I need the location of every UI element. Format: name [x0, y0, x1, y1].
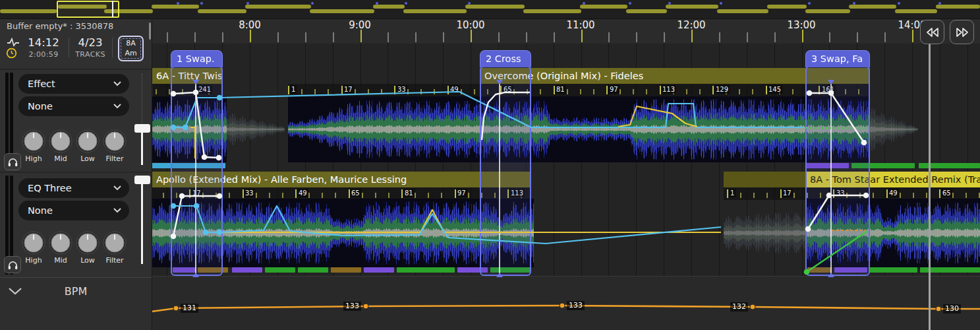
minimap-transition-dot	[853, 2, 855, 5]
ruler-tick	[415, 32, 417, 42]
effect-slot-select-deck-b[interactable]: EQ Three	[18, 178, 129, 198]
transition-label[interactable]: 3 Swap, Fa	[805, 50, 870, 67]
headphones-cue-button-deck-a[interactable]	[4, 153, 21, 170]
knob-filter[interactable]: Filter	[101, 129, 129, 163]
beat-tick	[322, 193, 323, 198]
transition-region[interactable]	[480, 66, 531, 276]
minimap-track-bar	[936, 5, 980, 9]
minimap-transition-dot	[311, 2, 314, 5]
section-marker[interactable]	[331, 267, 361, 273]
knob-low[interactable]: Low	[74, 230, 101, 265]
section-marker[interactable]	[870, 267, 917, 273]
beat-number: 81	[555, 85, 566, 94]
beat-tick	[441, 193, 442, 198]
knob-dial-icon	[48, 230, 73, 255]
ruler-tick	[912, 30, 913, 42]
beat-tick	[308, 193, 310, 198]
effect-preset-label: None	[28, 205, 53, 216]
knob-high[interactable]: High	[20, 230, 47, 265]
minimap-track-bar	[465, 5, 525, 9]
section-marker[interactable]	[265, 267, 295, 273]
beat-tick	[620, 89, 621, 94]
knob-low[interactable]: Low	[74, 129, 101, 163]
transition-midpoint-line[interactable]	[830, 84, 832, 273]
key-mode: Am	[119, 48, 142, 58]
beat-tick	[633, 89, 634, 94]
divider	[0, 69, 152, 70]
rewind-button[interactable]	[920, 20, 944, 44]
beat-tick	[727, 189, 728, 198]
transition-midpoint-line[interactable]	[195, 84, 196, 273]
beat-tick	[428, 193, 429, 198]
minimap-track-bar	[403, 9, 467, 13]
beat-tick	[163, 193, 164, 198]
minimap-track-bar	[580, 5, 627, 9]
section-marker[interactable]	[232, 267, 262, 273]
knob-label: High	[20, 154, 47, 163]
minimap-track-bar	[849, 5, 896, 9]
beat-tick	[939, 189, 940, 198]
beat-tick	[739, 89, 740, 94]
section-marker[interactable]	[397, 267, 455, 273]
beat-tick	[740, 193, 741, 198]
minimap[interactable]	[0, 0, 980, 19]
ruler-tick	[664, 32, 665, 42]
volume-fader-deck-b[interactable]	[134, 176, 150, 184]
transition-midpoint-line[interactable]	[499, 84, 500, 273]
transition-label[interactable]: 2 Cross	[480, 50, 531, 67]
section-marker[interactable]	[919, 163, 980, 168]
beat-number: 97	[456, 189, 467, 197]
waveform[interactable]	[870, 96, 918, 162]
minimap-transition-dot	[720, 2, 722, 5]
minimap-track-bar	[805, 9, 850, 13]
beat-tick	[301, 89, 303, 94]
beat-number: 17	[343, 85, 354, 94]
ruler-tick	[443, 32, 444, 42]
effect-slot-label: Effect	[28, 79, 55, 89]
section-marker[interactable]	[298, 267, 328, 273]
effect-preset-select-deck-b[interactable]: None	[18, 201, 129, 220]
knob-mid[interactable]: Mid	[47, 129, 74, 163]
key-badge[interactable]: 8A Am	[118, 36, 144, 61]
track-title[interactable]	[724, 172, 805, 187]
minimap-transition-dot	[583, 2, 585, 5]
beat-number: 129	[714, 85, 730, 94]
chevron-down-icon	[113, 185, 121, 191]
knob-dial-icon	[48, 129, 73, 154]
beat-tick	[269, 193, 270, 198]
minimap-viewport[interactable]	[57, 1, 119, 18]
waveform[interactable]	[227, 96, 285, 162]
waveform[interactable]	[288, 96, 870, 162]
transition-region[interactable]	[805, 66, 870, 276]
headphones-icon	[7, 260, 18, 270]
panel-scrollbar[interactable]	[149, 22, 151, 40]
ruler-tick	[526, 32, 527, 42]
beat-tick	[712, 86, 714, 94]
volume-fader-track-deck-a	[142, 74, 142, 124]
knob-dial-icon	[21, 129, 46, 154]
beat-tick	[314, 89, 316, 94]
headphones-cue-button-deck-b[interactable]	[4, 256, 21, 273]
knob-high[interactable]: High	[20, 129, 47, 163]
playhead[interactable]	[929, 44, 931, 330]
mix-elapsed-time: 2:00:59	[22, 50, 65, 59]
track-position: 4/23	[71, 36, 109, 49]
time-ruler[interactable]: 8:009:0010:0011:0012:0013:0014:00	[152, 18, 980, 44]
transition-label[interactable]: 1 Swap.	[171, 50, 223, 67]
transition-region[interactable]	[171, 66, 223, 276]
ruler-tick	[636, 32, 637, 42]
knob-filter[interactable]: Filter	[101, 230, 129, 265]
fast-forward-button[interactable]	[950, 20, 974, 44]
beat-tick	[368, 89, 369, 94]
effect-preset-select-deck-a[interactable]: None	[18, 96, 129, 116]
effect-slot-select-deck-a[interactable]: Effect	[18, 74, 129, 94]
volume-fader-deck-a[interactable]	[134, 124, 150, 133]
bpm-panel: BPM	[0, 277, 152, 330]
waveform[interactable]	[724, 199, 805, 267]
knob-mid[interactable]: Mid	[47, 230, 74, 265]
ruler-tick	[498, 32, 500, 42]
beat-tick	[900, 193, 901, 198]
beat-number: 49	[449, 85, 460, 94]
section-marker[interactable]	[364, 267, 394, 273]
ruler-tick	[829, 32, 830, 42]
